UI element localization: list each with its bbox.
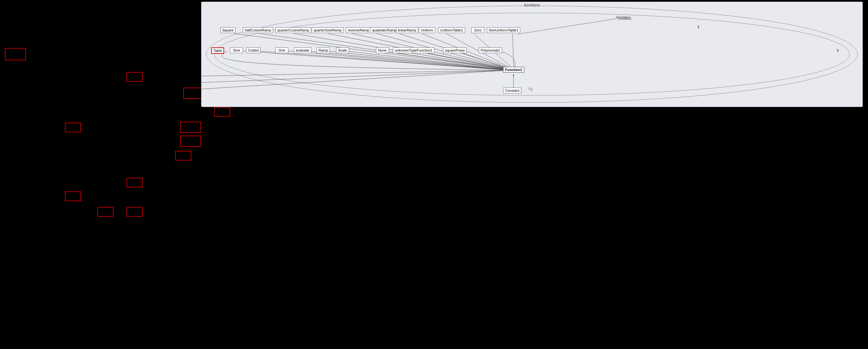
edge-label-function1-ref: Function1 [617,17,631,21]
functions-title: functions [202,2,863,8]
svg-line-20 [415,51,513,70]
node-constant[interactable]: Constant [503,88,521,93]
node-nonuniformtable1[interactable]: NonUniformTable1 [487,27,520,33]
svg-line-25 [202,70,506,76]
node-quartercosineramp[interactable]: quarterCosineRamp [275,27,311,33]
node-scale[interactable]: Scale [336,47,349,53]
svg-line-19 [383,51,512,70]
node-squarepulse[interactable]: squarePulse [443,47,467,53]
edge-label-1b: 1 [837,49,839,53]
svg-line-24 [202,70,507,83]
red-box-9 [126,178,143,188]
node-table[interactable]: Table [211,47,224,54]
svg-line-15 [287,51,511,70]
svg-text:2: 2 [529,87,530,90]
node-unknowntypefunction1[interactable]: unknownTypeFunction1 [393,47,434,53]
red-box-4 [214,107,230,117]
red-box-10 [65,191,81,201]
red-box-11 [97,207,114,217]
svg-line-13 [242,51,510,70]
functions-panel: functions [201,2,863,107]
svg-point-1 [214,13,849,95]
node-coded[interactable]: Coded [246,47,260,53]
node-polynomial1[interactable]: Polynomial1 [479,47,502,53]
edge-label-2: 2 [531,88,533,92]
svg-line-12 [513,33,514,68]
red-box-12 [126,207,143,217]
svg-line-14 [258,51,510,70]
svg-line-17 [326,51,512,70]
svg-line-18 [346,51,512,70]
red-box-2 [126,72,143,82]
red-box-7 [180,135,201,147]
node-zero[interactable]: Zero [471,27,484,33]
node-ramp[interactable]: Ramp [317,47,330,53]
node-uniform[interactable]: Uniform [419,27,435,33]
svg-line-27 [517,19,616,34]
node-one[interactable]: One [275,47,288,53]
red-box-8 [175,151,191,161]
node-function1[interactable]: Function1 [503,67,524,73]
node-reverseramp[interactable]: reverseRamp [346,27,371,33]
svg-line-16 [305,51,511,70]
edge-label-1a: 1 [698,25,700,29]
node-square[interactable]: Square [220,27,236,33]
node-none[interactable]: None [376,47,389,53]
node-quadraticramp[interactable]: quadraticRamp [370,27,398,33]
svg-line-23 [202,70,508,89]
red-box-3 [183,88,202,99]
red-box-1 [5,48,26,60]
red-box-5 [65,123,81,132]
node-evaluate[interactable]: evaluate [294,47,311,53]
node-quartersinramp[interactable]: quarterSineRamp [312,27,343,33]
node-halfcosineramp[interactable]: halfCosineRamp [243,27,273,33]
red-box-6 [180,122,201,133]
node-uniformtable1[interactable]: UniformTable1 [438,27,465,33]
node-linearramp[interactable]: linearRamp [396,27,418,33]
node-sine[interactable]: Sine [230,47,243,53]
